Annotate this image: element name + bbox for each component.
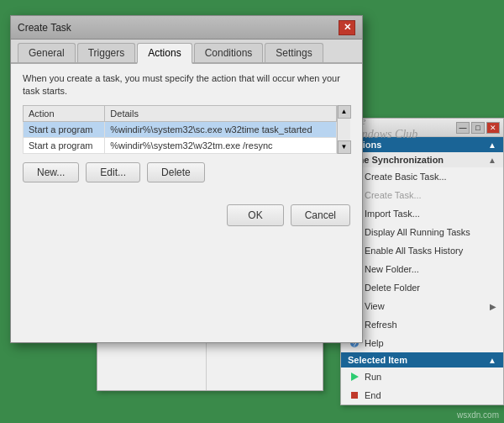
modal-action-buttons: New... Edit... Delete (23, 162, 350, 182)
svg-marker-18 (351, 373, 359, 381)
selected-item-arrow: ▲ (488, 356, 496, 365)
delete-folder-item[interactable]: Delete Folder (341, 278, 503, 297)
create-basic-task-item[interactable]: Create Basic Task... (341, 167, 503, 186)
scroll-down-arrow[interactable]: ▼ (338, 140, 351, 154)
import-task-item[interactable]: Import Task... (341, 204, 503, 223)
selected-item-label: Selected Item (348, 355, 407, 365)
end-label: End (365, 390, 381, 400)
delete-button[interactable]: Delete (147, 162, 205, 182)
modal-close-btn[interactable]: ✕ (339, 20, 355, 35)
display-running-tasks-item[interactable]: Display All Running Tasks (341, 223, 503, 241)
tab-actions[interactable]: Actions (137, 43, 192, 64)
row0-details: %windir%\system32\sc.exe w32time task_st… (105, 121, 337, 137)
new-button[interactable]: New... (23, 162, 79, 182)
help-item[interactable]: ? Help (341, 334, 503, 352)
edit-button[interactable]: Edit... (86, 162, 140, 182)
cancel-button[interactable]: Cancel (291, 204, 350, 226)
panel-maximize-btn[interactable]: □ (471, 122, 485, 134)
create-task-label: Create Task... (365, 190, 422, 200)
table-row[interactable]: Start a program %windir%\system32\sc.exe… (24, 121, 337, 137)
create-task-item[interactable]: Create Task... (341, 186, 503, 204)
view-item[interactable]: View ▶ (341, 297, 503, 315)
refresh-label: Refresh (365, 320, 397, 330)
view-arrow: ▶ (490, 302, 496, 311)
row1-action: Start a program (24, 137, 105, 153)
run-item[interactable]: Run (341, 367, 503, 386)
new-folder-label: New Folder... (365, 264, 419, 274)
enable-tasks-history-item[interactable]: Enable All Tasks History (341, 241, 503, 260)
svg-rect-19 (351, 392, 358, 399)
tab-settings[interactable]: Settings (265, 43, 323, 62)
actions-subsection-timesync: Time Synchronization ▲ (341, 152, 503, 167)
col-action: Action (24, 105, 105, 121)
modal-description: When you create a task, you must specify… (23, 72, 350, 98)
scroll-up-arrow[interactable]: ▲ (338, 105, 351, 119)
actions-panel-titlebar: TheWindows Club — □ ✕ (341, 119, 503, 137)
new-folder-item[interactable]: New Folder... (341, 260, 503, 278)
row1-details: %windir%\system32\w32tm.exe /resync (105, 137, 337, 153)
modal-body: When you create a task, you must specify… (11, 64, 362, 191)
create-task-dialog: Create Task ✕ General Triggers Actions C… (10, 15, 363, 343)
create-basic-task-label: Create Basic Task... (365, 172, 447, 182)
modal-title: Create Task (18, 22, 71, 34)
actions-table: Action Details Start a program %windir%\… (23, 105, 337, 154)
import-task-label: Import Task... (365, 209, 420, 219)
actions-section-arrow: ▲ (488, 140, 496, 150)
actions-table-container: Action Details Start a program %windir%\… (23, 105, 350, 154)
panel-minimize-btn[interactable]: — (456, 122, 470, 134)
tab-conditions[interactable]: Conditions (194, 43, 264, 62)
run-icon (348, 370, 361, 383)
delete-folder-label: Delete Folder (365, 283, 420, 293)
ok-button[interactable]: OK (227, 204, 283, 226)
timesync-arrow: ▲ (488, 156, 496, 165)
modal-titlebar: Create Task ✕ (11, 16, 362, 40)
actions-panel: TheWindows Club — □ ✕ Actions ▲ Time Syn… (340, 118, 504, 405)
refresh-item[interactable]: Refresh (341, 315, 503, 334)
tab-triggers[interactable]: Triggers (77, 43, 136, 62)
end-icon (348, 389, 361, 402)
table-row[interactable]: Start a program %windir%\system32\w32tm.… (24, 137, 337, 153)
enable-tasks-history-label: Enable All Tasks History (365, 246, 463, 256)
modal-ok-cancel: OK Cancel (11, 204, 362, 226)
tab-general[interactable]: General (18, 43, 76, 62)
run-label: Run (365, 372, 381, 382)
row0-action: Start a program (24, 121, 105, 137)
display-running-tasks-label: Display All Running Tasks (365, 227, 470, 237)
watermark: wsxdn.com (457, 410, 499, 420)
view-label: View (365, 301, 385, 311)
table-scrollbar[interactable]: ▲ ▼ (337, 105, 350, 154)
panel-close-btn[interactable]: ✕ (486, 122, 500, 134)
help-label: Help (365, 338, 384, 348)
end-item[interactable]: End (341, 386, 503, 404)
selected-item-section: Selected Item ▲ (341, 352, 503, 367)
modal-tabs: General Triggers Actions Conditions Sett… (11, 40, 362, 64)
col-details: Details (105, 105, 337, 121)
